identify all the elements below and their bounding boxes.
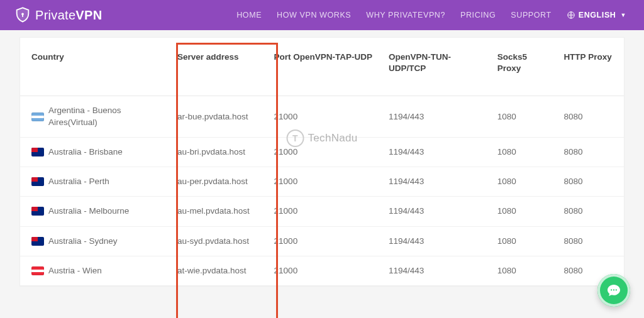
port-tun: 1194/443 <box>382 137 491 167</box>
server-address: at-wie.pvdata.host <box>171 256 268 285</box>
table-row: Australia - Perth au-per.pvdata.host 210… <box>20 167 624 197</box>
flag-icon <box>31 148 44 156</box>
chat-button[interactable] <box>597 274 630 307</box>
nav-support[interactable]: SUPPORT <box>511 11 551 19</box>
server-address: ar-bue.pvdata.host <box>171 96 268 137</box>
http-proxy: 8080 <box>557 137 624 167</box>
server-address: au-syd.pvdata.host <box>171 226 268 256</box>
port-tun: 1194/443 <box>382 226 491 256</box>
col-tun: OpenVPN-TUN-UDP/TCP <box>382 38 491 96</box>
server-address: au-bri.pvdata.host <box>171 137 268 167</box>
port-tun: 1194/443 <box>382 197 491 226</box>
chat-icon <box>606 283 621 298</box>
country-name: Austria - Wien <box>48 265 102 277</box>
country-name: Australia - Melbourne <box>48 206 129 217</box>
col-tap: Port OpenVPN-TAP-UDP <box>268 38 382 96</box>
table-row: Austria - Wien at-wie.pvdata.host 21000 … <box>20 256 624 285</box>
table-header-row: Country Server address Port OpenVPN-TAP-… <box>20 38 624 96</box>
flag-icon <box>31 207 44 216</box>
socks-proxy: 1080 <box>491 256 558 285</box>
http-proxy: 8080 <box>557 96 624 137</box>
server-table: Country Server address Port OpenVPN-TAP-… <box>20 38 624 286</box>
flag-icon <box>31 177 44 186</box>
flag-icon <box>31 237 44 246</box>
chevron-down-icon: ▼ <box>620 12 626 18</box>
port-tap: 21000 <box>268 167 382 197</box>
col-socks: Socks5 Proxy <box>491 38 558 96</box>
nav-pricing[interactable]: PRICING <box>460 11 496 19</box>
port-tap: 21000 <box>268 137 382 167</box>
col-server: Server address <box>171 38 268 96</box>
globe-icon <box>567 11 575 19</box>
port-tun: 1194/443 <box>382 167 491 197</box>
language-selector[interactable]: ENGLISH ▼ <box>567 11 626 19</box>
country-name: Australia - Brisbane <box>48 146 123 158</box>
brand-logo[interactable]: PrivateVPN <box>14 6 102 24</box>
table-row: Argentina - Buenos Aires(Virtual) ar-bue… <box>20 96 624 137</box>
country-name: Australia - Perth <box>48 176 109 187</box>
language-label: ENGLISH <box>579 11 616 19</box>
http-proxy: 8080 <box>557 167 624 197</box>
shield-icon <box>14 6 31 24</box>
table-row: Australia - Brisbane au-bri.pvdata.host … <box>20 137 624 167</box>
col-http: HTTP Proxy <box>557 38 624 96</box>
flag-icon <box>31 112 44 121</box>
port-tap: 21000 <box>268 197 382 226</box>
port-tap: 21000 <box>268 96 382 137</box>
server-address: au-mel.pvdata.host <box>171 197 268 226</box>
port-tun: 1194/443 <box>382 96 491 137</box>
server-address: au-per.pvdata.host <box>171 167 268 197</box>
port-tap: 21000 <box>268 226 382 256</box>
brand-name: PrivateVPN <box>35 8 102 23</box>
socks-proxy: 1080 <box>491 137 558 167</box>
port-tap: 21000 <box>268 256 382 285</box>
site-header: PrivateVPN HOME HOW VPN WORKS WHY PRIVAT… <box>0 0 644 30</box>
primary-nav: HOME HOW VPN WORKS WHY PRIVATEVPN? PRICI… <box>236 11 626 19</box>
nav-why[interactable]: WHY PRIVATEVPN? <box>366 11 445 19</box>
country-name: Argentina - Buenos Aires(Virtual) <box>48 105 165 128</box>
country-name: Australia - Sydney <box>48 236 118 247</box>
socks-proxy: 1080 <box>491 226 558 256</box>
svg-rect-1 <box>22 14 23 17</box>
svg-point-4 <box>613 289 614 290</box>
socks-proxy: 1080 <box>491 167 558 197</box>
port-tun: 1194/443 <box>382 256 491 285</box>
socks-proxy: 1080 <box>491 197 558 226</box>
table-row: Australia - Sydney au-syd.pvdata.host 21… <box>20 226 624 256</box>
nav-home[interactable]: HOME <box>236 11 262 19</box>
svg-point-3 <box>611 289 612 290</box>
http-proxy: 8080 <box>557 197 624 226</box>
col-country: Country <box>20 38 171 96</box>
flag-icon <box>31 266 44 275</box>
socks-proxy: 1080 <box>491 96 558 137</box>
nav-how-vpn-works[interactable]: HOW VPN WORKS <box>277 11 351 19</box>
server-table-card: Country Server address Port OpenVPN-TAP-… <box>20 38 624 286</box>
http-proxy: 8080 <box>557 226 624 256</box>
svg-point-5 <box>616 289 617 290</box>
table-row: Australia - Melbourne au-mel.pvdata.host… <box>20 197 624 226</box>
